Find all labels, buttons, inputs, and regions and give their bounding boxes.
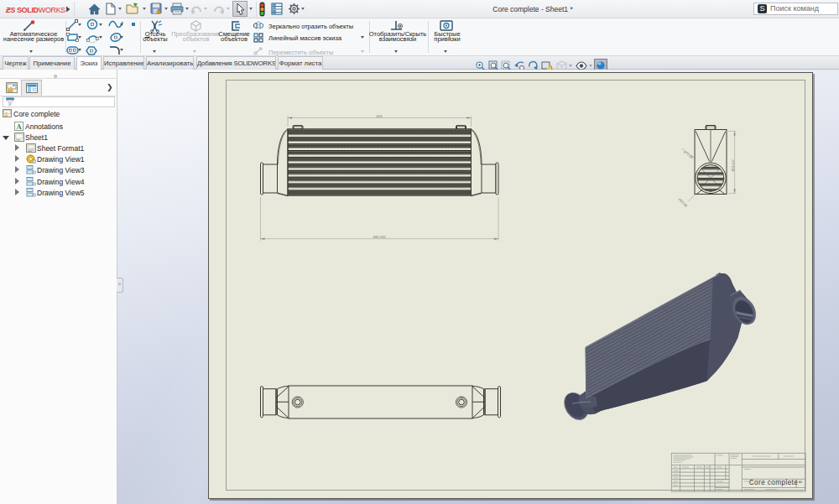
svg-text:605: 605 xyxy=(377,114,383,118)
svg-text:Core complete: Core complete xyxy=(749,479,798,486)
svg-text:!: ! xyxy=(158,9,159,13)
svg-text:A: A xyxy=(16,122,22,131)
svg-text:690.435: 690.435 xyxy=(373,235,386,239)
svg-text:⌀71.05: ⌀71.05 xyxy=(683,150,695,160)
svg-text:A4: A4 xyxy=(799,481,802,484)
svg-text:⌀63.38: ⌀63.38 xyxy=(678,197,689,208)
svg-text:183.447: 183.447 xyxy=(731,158,735,172)
